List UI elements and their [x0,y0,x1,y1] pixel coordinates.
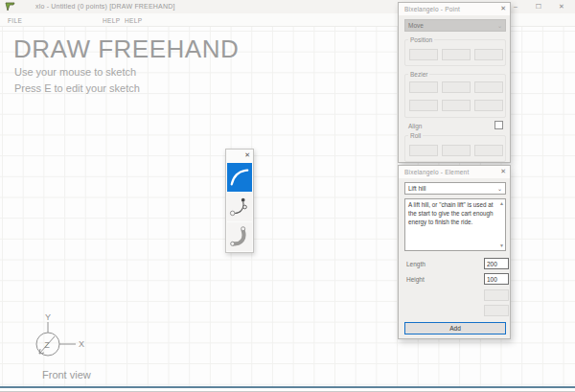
canvas-hint-1: Use your mouse to sketch [14,66,136,78]
app-window: DRAW FREEHAND Use your mouse to sketch P… [0,0,575,392]
axis-y-label: Y [45,312,51,322]
point-mode-dropdown[interactable]: Move ⌄ [404,19,506,32]
view-label: Front view [42,369,91,380]
point-mode-value: Move [408,20,424,32]
position-y-input[interactable] [442,49,471,60]
menu-file[interactable]: FILE [8,17,22,24]
menu-help-2[interactable]: HELP [125,17,143,24]
align-label: Align [408,123,422,129]
height-label: Height [406,276,425,283]
bezier-group-label: Bezier [408,71,429,79]
roll-group: Roll [404,135,506,162]
edit-bezier-tool-button[interactable] [227,193,252,221]
axis-indicator-icon: Y X Z [17,310,94,369]
element-type-value: Lift hill [408,183,426,195]
element-extra-input-1[interactable] [484,289,509,301]
align-checkbox[interactable] [494,121,503,129]
scroll-down-icon[interactable]: ▼ [499,242,504,249]
axis-x-label: X [79,339,84,349]
close-button[interactable]: ✕ [550,0,573,13]
bezier-in-x-input[interactable] [409,81,438,93]
bezier-in-z-input[interactable] [474,81,503,93]
chevron-down-icon: ⌄ [497,20,502,32]
element-panel-close-icon[interactable]: ✕ [500,168,506,175]
element-description-text: A lift hill, or "chain lift" is used at … [408,201,494,225]
point-panel: Bixelangelo - Point ✕ Move ⌄ Position Be… [398,2,511,163]
bezier-out-z-input[interactable] [474,100,503,111]
roll-group-label: Roll [408,132,423,140]
canvas-hint-2: Press E to edit your sketch [14,82,140,94]
height-input[interactable] [484,273,509,285]
window-title: xlo - Untitled (0 points) [DRAW FREEHAND… [35,3,175,10]
window-bottom-border [0,386,575,388]
bezier-points-icon [229,196,250,219]
canvas-heading: DRAW FREEHAND [13,35,239,64]
roll-1-input[interactable] [409,145,438,156]
bezier-group: Bezier [404,74,506,118]
roll-2-input[interactable] [442,145,471,156]
app-icon [5,2,15,12]
point-panel-title: Bixelangelo - Point [404,6,460,12]
point-panel-header[interactable]: Bixelangelo - Point ✕ [399,3,510,15]
point-panel-close-icon[interactable]: ✕ [500,5,506,12]
length-label: Length [406,261,426,267]
track-style-tool-button[interactable] [227,222,252,251]
freehand-draw-tool-button[interactable] [227,163,252,192]
bezier-out-x-input[interactable] [409,100,438,111]
thick-track-icon [229,225,250,248]
add-button[interactable]: Add [404,322,506,334]
axis-z-label: Z [44,340,50,350]
palette-close-icon[interactable]: ✕ [244,150,250,160]
bezier-in-y-input[interactable] [442,81,471,93]
chevron-down-icon: ⌄ [497,183,502,195]
element-panel: Bixelangelo - Element ✕ Lift hill ⌄ A li… [398,165,511,339]
element-description: A lift hill, or "chain lift" is used at … [404,198,506,251]
element-type-dropdown[interactable]: Lift hill ⌄ [404,182,506,195]
position-z-input[interactable] [474,49,503,60]
tool-palette: ✕ [225,149,254,253]
element-extra-input-2[interactable] [484,305,509,316]
tool-palette-header[interactable]: ✕ [226,150,253,161]
bezier-out-y-input[interactable] [442,100,471,111]
position-group: Position [404,39,506,66]
maximize-button[interactable]: ☐ [527,0,550,13]
element-panel-title: Bixelangelo - Element [404,169,469,175]
length-input[interactable] [484,258,509,269]
menu-help-1[interactable]: HELP [103,17,121,24]
element-panel-header[interactable]: Bixelangelo - Element ✕ [399,166,510,178]
freehand-curve-icon [229,166,250,189]
scroll-up-icon[interactable]: ▲ [499,200,504,207]
position-group-label: Position [408,36,434,44]
roll-3-input[interactable] [474,145,503,156]
position-x-input[interactable] [409,49,438,60]
